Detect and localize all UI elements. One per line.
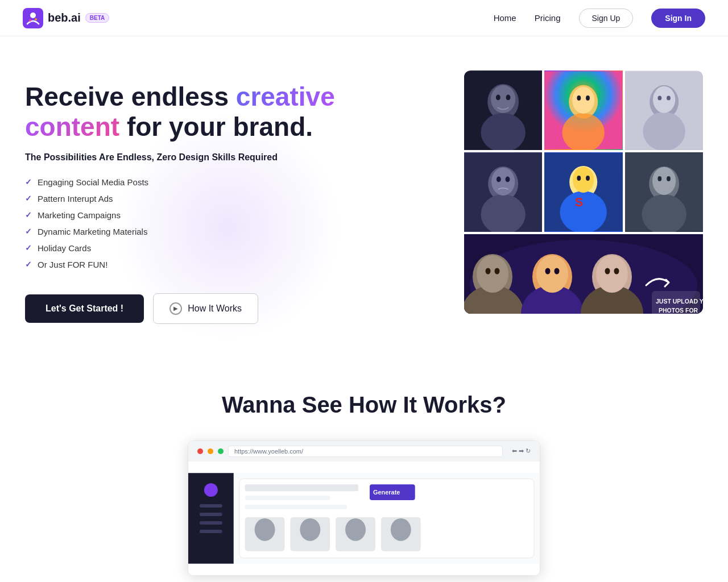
svg-point-51 — [545, 268, 550, 275]
how-it-works-label: How It Works — [188, 304, 242, 314]
svg-point-57 — [614, 268, 619, 275]
feature-list: ✓Engaging Social Media Posts ✓Pattern In… — [25, 174, 378, 273]
feature-text-2: Pattern Interupt Ads — [38, 194, 113, 203]
collage-cell-5: S — [544, 152, 622, 232]
collage-cell-4 — [464, 152, 542, 232]
check-icon-5: ✓ — [25, 243, 32, 252]
svg-point-31 — [573, 167, 594, 193]
svg-text:S: S — [575, 195, 583, 209]
svg-rect-79 — [200, 504, 222, 508]
svg-point-27 — [506, 177, 510, 182]
browser-url: https://www.yoelleb.com/ — [228, 446, 503, 457]
logo-text: beb.ai — [48, 11, 81, 24]
list-item: ✓Marketing Campaigns — [25, 207, 378, 223]
svg-point-18 — [643, 112, 685, 150]
svg-point-76 — [345, 518, 366, 541]
svg-point-40 — [667, 176, 671, 181]
banner-svg: JUST UPLOAD YOUR PHOTOS FOR AMAZING RESU… — [464, 234, 703, 314]
nav-pricing[interactable]: Pricing — [535, 13, 561, 23]
browser-dot-green — [218, 448, 224, 454]
collage-cell-1 — [464, 70, 542, 150]
svg-point-52 — [554, 268, 559, 275]
get-started-button[interactable]: Let's Get Started ! — [25, 294, 144, 323]
svg-point-2 — [29, 19, 31, 22]
signup-button[interactable]: Sign Up — [579, 9, 634, 28]
svg-text:JUST UPLOAD YOUR: JUST UPLOAD YOUR — [656, 298, 703, 305]
svg-point-47 — [494, 268, 499, 275]
demo-browser: https://www.yoelleb.com/ ⬅ ➡ ↻ Generate — [188, 440, 540, 576]
check-icon-6: ✓ — [25, 260, 32, 269]
check-icon-1: ✓ — [25, 177, 32, 186]
how-it-works-section: Wanna See How It Works? https://www.yoel… — [0, 347, 728, 582]
play-icon: ▶ — [169, 302, 182, 315]
hero-title-end: for your brand. — [119, 112, 313, 142]
beta-badge: BETA — [85, 13, 109, 23]
svg-point-39 — [657, 176, 661, 181]
svg-point-15 — [586, 95, 590, 101]
svg-point-50 — [536, 255, 568, 293]
collage-cell-2 — [544, 70, 622, 150]
nav-links: Home Pricing Sign Up Sign In — [494, 9, 705, 28]
collage-cell-6 — [625, 152, 703, 232]
feature-text-3: Marketing Campaigns — [38, 210, 121, 220]
browser-toolbar: ⬅ ➡ ↻ — [512, 447, 531, 455]
svg-point-13 — [572, 87, 594, 114]
svg-point-56 — [605, 268, 610, 275]
svg-point-75 — [300, 518, 320, 541]
svg-point-14 — [577, 95, 581, 101]
list-item: ✓Pattern Interupt Ads — [25, 190, 378, 207]
svg-point-1 — [30, 13, 36, 18]
hero-title: Receive endless creative content for you… — [25, 82, 378, 142]
logo-icon — [23, 8, 43, 28]
svg-text:Generate: Generate — [373, 489, 400, 496]
face-svg-4 — [464, 152, 542, 232]
svg-point-8 — [496, 95, 500, 101]
face-svg-3 — [625, 70, 703, 150]
svg-point-74 — [255, 518, 275, 541]
svg-point-45 — [477, 255, 508, 293]
feature-text-1: Engaging Social Media Posts — [38, 177, 148, 187]
nav-home[interactable]: Home — [494, 13, 516, 23]
svg-rect-80 — [200, 513, 222, 516]
svg-text:PHOTOS FOR: PHOTOS FOR — [659, 307, 698, 314]
image-collage: S — [464, 70, 703, 314]
hero-collage: S — [464, 70, 703, 314]
list-item: ✓Engaging Social Media Posts — [25, 174, 378, 190]
browser-bar: https://www.yoelleb.com/ ⬅ ➡ ↻ — [188, 441, 540, 462]
svg-point-9 — [506, 95, 511, 101]
svg-point-25 — [491, 168, 515, 196]
svg-rect-82 — [200, 530, 222, 533]
list-item: ✓Or Just FOR FUN! — [25, 256, 378, 273]
list-item: ✓Dynamic Marketing Materials — [25, 223, 378, 240]
logo-container[interactable]: beb.ai BETA — [23, 8, 109, 28]
svg-point-26 — [497, 177, 501, 182]
svg-point-55 — [596, 255, 628, 293]
svg-point-21 — [667, 95, 671, 100]
list-item: ✓Holiday Cards — [25, 240, 378, 256]
svg-rect-81 — [200, 521, 222, 525]
signin-button[interactable]: Sign In — [651, 9, 705, 28]
how-it-works-button[interactable]: ▶ How It Works — [153, 293, 258, 324]
svg-point-20 — [657, 95, 661, 100]
svg-point-3 — [35, 18, 37, 20]
face-svg-5: S — [544, 152, 622, 232]
browser-content: Generate — [188, 462, 540, 575]
hero-subtitle: The Possibilities Are Endless, Zero Desi… — [25, 152, 378, 163]
check-icon-4: ✓ — [25, 227, 32, 236]
face-svg-2 — [544, 70, 622, 150]
svg-rect-65 — [245, 484, 358, 491]
browser-toolbar-icons: ⬅ ➡ ↻ — [512, 447, 531, 455]
check-icon-3: ✓ — [25, 210, 32, 219]
check-icon-2: ✓ — [25, 194, 32, 203]
browser-dot-yellow — [208, 448, 213, 454]
svg-point-33 — [586, 176, 590, 181]
browser-dot-red — [197, 448, 203, 454]
section-title: Wanna See How It Works? — [25, 392, 703, 418]
collage-cell-banner: JUST UPLOAD YOUR PHOTOS FOR AMAZING RESU… — [464, 234, 703, 314]
svg-rect-66 — [245, 496, 330, 500]
svg-point-78 — [204, 483, 218, 497]
svg-point-32 — [577, 176, 581, 181]
hero-buttons: Let's Get Started ! ▶ How It Works — [25, 293, 378, 324]
feature-text-6: Or Just FOR FUN! — [38, 260, 107, 269]
face-svg-1 — [464, 70, 542, 150]
